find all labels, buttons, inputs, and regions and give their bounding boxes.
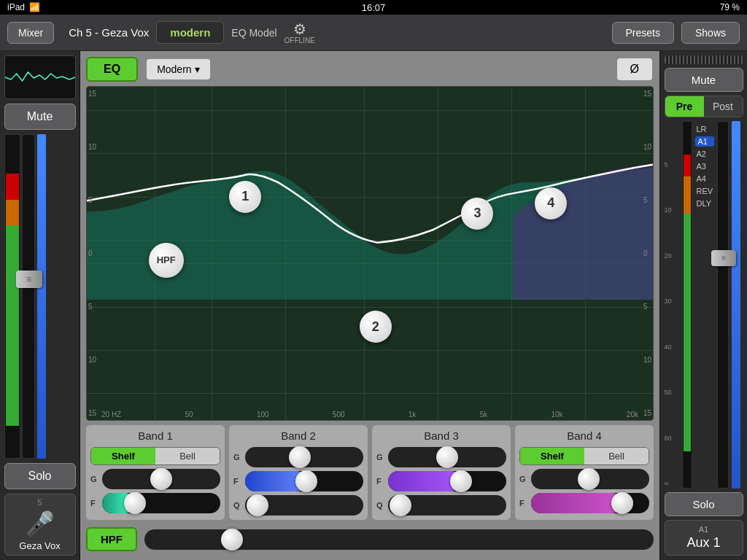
routing-label-a1-active[interactable]: A1 xyxy=(695,136,715,147)
mixer-button[interactable]: Mixer xyxy=(7,22,54,44)
eq-y-labels-right: 15 10 5 0 5 10 15 xyxy=(643,87,651,420)
device-label: iPad xyxy=(7,2,25,12)
band-4-freq-row: F xyxy=(519,493,649,513)
band-4-toggle: Shelf Bell xyxy=(519,447,649,465)
routing-label-dly[interactable]: DLY xyxy=(695,198,715,209)
eq-y-labels-left: 15 10 5 0 5 10 15 xyxy=(88,87,96,420)
band-3-gain-knob[interactable] xyxy=(436,446,458,468)
post-button[interactable]: Post xyxy=(704,96,743,117)
eq-node-4[interactable]: 4 xyxy=(535,187,567,219)
left-fader-track[interactable] xyxy=(22,134,35,459)
main-area: Mute Solo 5 🎤 Geza Vox EQ Modern ▾ xyxy=(0,51,747,560)
mute-button-left[interactable]: Mute xyxy=(4,104,76,130)
band-1-gain-row: G xyxy=(90,469,220,489)
right-fader-area: 5 10 20 30 40 50 60 ∞ LR A1 A2 A3 A4 REV xyxy=(665,121,743,489)
gear-icon: ⚙ xyxy=(293,20,306,38)
band-4-gain-slider[interactable] xyxy=(531,469,649,489)
band-1-gain-slider[interactable] xyxy=(102,469,220,489)
status-left: iPad 📶 xyxy=(7,2,40,12)
hpf-slider[interactable] xyxy=(144,529,654,550)
model-active-button[interactable]: modern xyxy=(156,21,224,44)
waveform-display xyxy=(5,66,75,88)
settings-button[interactable]: ⚙ OFFLINE xyxy=(285,20,315,44)
band-3-gain-row: G xyxy=(376,447,506,467)
routing-label-a4[interactable]: A4 xyxy=(695,174,715,184)
right-fader-track[interactable] xyxy=(717,121,729,489)
aux-box: A1 Aux 1 xyxy=(665,520,743,556)
eq-node-1[interactable]: 1 xyxy=(229,181,261,213)
band-1-gain-knob[interactable] xyxy=(150,468,172,490)
band-1-freq-slider[interactable] xyxy=(102,493,220,513)
band-3-freq-row: F xyxy=(376,471,506,491)
band-4-bell-button[interactable]: Bell xyxy=(584,448,649,464)
aux-small-label: A1 xyxy=(699,525,708,534)
meter-fill-orange xyxy=(6,200,19,225)
eq-toggle-button[interactable]: EQ xyxy=(86,57,138,82)
pre-button[interactable]: Pre xyxy=(665,96,704,117)
band-4-title: Band 4 xyxy=(519,429,649,442)
right-meter-red xyxy=(684,155,691,176)
right-routing-labels: LR A1 A2 A3 A4 REV DLY xyxy=(695,121,715,489)
band-2-gain-slider[interactable] xyxy=(245,447,363,467)
band-1-freq-knob[interactable] xyxy=(124,492,146,514)
presets-button[interactable]: Presets xyxy=(612,22,674,44)
band-3-gain-slider[interactable] xyxy=(388,447,506,467)
eq-phase-button[interactable]: Ø xyxy=(616,57,654,82)
hpf-section: HPF xyxy=(86,524,654,554)
band-4-freq-slider[interactable] xyxy=(531,493,649,513)
eq-node-2[interactable]: 2 xyxy=(360,311,392,343)
band-2-freq-slider[interactable] xyxy=(245,471,363,491)
right-meter-col xyxy=(682,121,692,489)
band-1-title: Band 1 xyxy=(90,429,220,442)
band-3-q-slider[interactable] xyxy=(388,495,506,516)
band-3-q-knob[interactable] xyxy=(390,494,411,516)
band-4-panel: Band 4 Shelf Bell G F xyxy=(515,425,654,520)
hpf-slider-knob[interactable] xyxy=(221,529,243,551)
left-sidebar: Mute Solo 5 🎤 Geza Vox xyxy=(0,51,80,560)
right-blue-strip xyxy=(732,121,740,489)
eq-graph[interactable]: 15 10 5 0 5 10 15 15 10 5 0 5 10 15 xyxy=(86,86,654,421)
eq-model-select[interactable]: Modern ▾ xyxy=(145,58,211,81)
solo-button-left[interactable]: Solo xyxy=(4,463,76,489)
band-3-q-label: Q xyxy=(376,501,385,510)
band-4-freq-knob[interactable] xyxy=(611,492,633,514)
band-3-freq-label: F xyxy=(376,477,385,486)
band-4-shelf-button[interactable]: Shelf xyxy=(520,448,584,464)
band-4-gain-label: G xyxy=(519,475,528,483)
mute-button-right[interactable]: Mute xyxy=(665,68,743,92)
band-3-freq-knob[interactable] xyxy=(450,470,472,492)
band-2-q-knob[interactable] xyxy=(247,494,268,516)
offline-label: OFFLINE xyxy=(285,36,315,44)
routing-label-rev[interactable]: REV xyxy=(695,186,715,196)
band-1-shelf-button[interactable]: Shelf xyxy=(91,448,155,464)
routing-label-a3[interactable]: A3 xyxy=(695,161,715,171)
hpf-button[interactable]: HPF xyxy=(86,527,137,551)
band-1-freq-label: F xyxy=(90,499,99,508)
band-4-gain-knob[interactable] xyxy=(578,468,600,490)
band-2-q-slider[interactable] xyxy=(245,495,363,516)
shows-button[interactable]: Shows xyxy=(681,22,740,44)
band-3-q-row: Q xyxy=(376,495,506,516)
eq-node-hpf[interactable]: HPF xyxy=(149,243,184,278)
band-2-q-row: Q xyxy=(233,495,363,516)
right-scale: 5 10 20 30 40 50 60 ∞ xyxy=(665,121,679,489)
right-meter-orange xyxy=(684,176,691,213)
band-1-freq-row: F xyxy=(90,493,220,513)
status-bar: iPad 📶 16:07 79 % xyxy=(0,0,747,15)
band-1-toggle: Shelf Bell xyxy=(90,447,220,465)
band-2-freq-knob[interactable] xyxy=(295,470,317,492)
user-avatar-icon: 🎤 xyxy=(26,510,55,537)
channel-label: Ch 5 - Geza Vox xyxy=(69,26,149,39)
band-1-bell-button[interactable]: Bell xyxy=(155,448,220,464)
solo-button-right[interactable]: Solo xyxy=(665,492,743,516)
band-2-gain-knob[interactable] xyxy=(289,446,311,468)
band-2-title: Band 2 xyxy=(233,429,363,442)
eq-node-3[interactable]: 3 xyxy=(461,198,493,230)
band-4-gain-row: G xyxy=(519,469,649,489)
left-fader-knob[interactable] xyxy=(16,271,42,288)
band-2-gain-row: G xyxy=(233,447,363,467)
band-3-freq-slider[interactable] xyxy=(388,471,506,491)
routing-label-a2[interactable]: A2 xyxy=(695,149,715,159)
right-fader-knob[interactable] xyxy=(711,250,736,266)
routing-label-lr[interactable]: LR xyxy=(695,124,715,134)
